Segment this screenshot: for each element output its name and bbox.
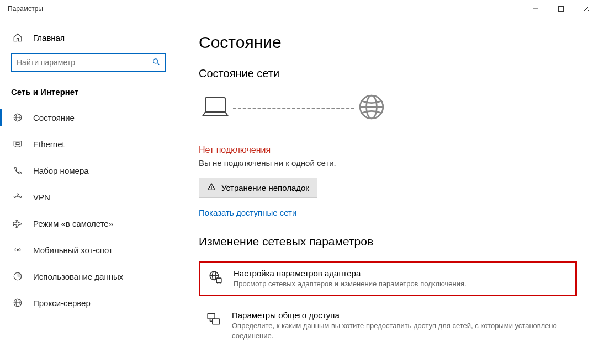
troubleshoot-button[interactable]: Устранение неполадок: [199, 178, 317, 198]
search-input[interactable]: [17, 58, 152, 67]
search-icon: [152, 58, 160, 67]
main-content: Состояние Состояние сети Нет подключения…: [177, 18, 599, 364]
laptop-icon: [201, 95, 230, 121]
sidebar-item-label: Состояние: [33, 113, 75, 122]
svg-point-16: [17, 194, 19, 195]
sidebar: Главная Сеть и Интернет Состояние Ethern…: [0, 18, 177, 364]
globe-icon: [12, 112, 23, 123]
sharing-option-title: Параметры общего доступа: [232, 311, 569, 320]
sidebar-item-label: Мобильный хот-спот: [33, 245, 113, 255]
svg-point-28: [211, 189, 211, 189]
adapter-option-title: Настройка параметров адаптера: [234, 269, 568, 278]
titlebar: Параметры: [0, 0, 599, 18]
sidebar-item-label: Режим «в самолете»: [33, 219, 113, 228]
sharing-option-desc: Определите, к каким данным вы хотите пре…: [232, 321, 569, 341]
sidebar-item-data-usage[interactable]: Использование данных: [0, 263, 177, 290]
svg-point-13: [14, 196, 15, 198]
sharing-icon: [206, 311, 222, 341]
sidebar-item-dialup[interactable]: Набор номера: [0, 157, 177, 184]
svg-rect-1: [559, 7, 564, 12]
sidebar-item-airplane[interactable]: Режим «в самолете»: [0, 210, 177, 237]
maximize-button[interactable]: [548, 0, 574, 18]
sidebar-item-label: VPN: [33, 192, 50, 202]
sidebar-item-vpn[interactable]: VPN: [0, 184, 177, 210]
network-diagram: [199, 93, 577, 123]
page-title: Состояние: [199, 33, 577, 52]
svg-line-5: [157, 62, 160, 65]
sidebar-item-label: Прокси-сервер: [33, 298, 91, 308]
adapter-settings-option[interactable]: Настройка параметров адаптера Просмотр с…: [199, 261, 577, 296]
svg-point-14: [20, 196, 22, 198]
home-link[interactable]: Главная: [0, 28, 177, 53]
phone-icon: [12, 165, 23, 176]
ethernet-icon: [12, 138, 23, 149]
minimize-button[interactable]: [523, 0, 548, 18]
sidebar-item-ethernet[interactable]: Ethernet: [0, 131, 177, 157]
sidebar-group-title: Сеть и Интернет: [0, 85, 177, 104]
airplane-icon: [12, 218, 23, 229]
hotspot-icon: [12, 244, 23, 255]
window-title: Параметры: [8, 5, 523, 13]
close-button[interactable]: [574, 0, 599, 18]
svg-rect-32: [216, 278, 221, 283]
home-icon: [12, 32, 23, 43]
change-settings-title: Изменение сетевых параметров: [199, 235, 577, 248]
show-networks-link[interactable]: Показать доступные сети: [199, 208, 296, 217]
vpn-icon: [12, 191, 23, 202]
sidebar-item-hotspot[interactable]: Мобильный хот-спот: [0, 237, 177, 263]
sidebar-item-label: Ethernet: [33, 140, 65, 149]
connection-line: [233, 108, 354, 109]
svg-point-4: [153, 58, 158, 63]
svg-point-18: [17, 249, 19, 251]
warning-icon: [207, 183, 216, 193]
svg-rect-9: [14, 141, 22, 146]
svg-rect-35: [208, 313, 215, 319]
sidebar-item-label: Использование данных: [33, 272, 123, 281]
data-icon: [12, 271, 23, 282]
svg-rect-36: [213, 319, 220, 324]
sharing-settings-option[interactable]: Параметры общего доступа Определите, к к…: [199, 305, 577, 346]
svg-rect-23: [205, 98, 225, 112]
no-connection-title: Нет подключения: [199, 145, 577, 155]
network-status-title: Состояние сети: [199, 67, 577, 80]
sidebar-item-status[interactable]: Состояние: [0, 104, 177, 131]
adapter-option-desc: Просмотр сетевых адаптеров и изменение п…: [234, 279, 568, 289]
adapter-icon: [208, 269, 224, 289]
search-box[interactable]: [11, 53, 166, 72]
sidebar-item-label: Набор номера: [33, 166, 89, 175]
troubleshoot-label: Устранение неполадок: [221, 183, 309, 192]
no-connection-subtitle: Вы не подключены ни к одной сети.: [199, 158, 577, 168]
home-label: Главная: [33, 33, 65, 42]
svg-rect-12: [16, 143, 19, 145]
proxy-icon: [12, 297, 23, 308]
globe-large-icon: [358, 93, 385, 123]
sidebar-item-proxy[interactable]: Прокси-сервер: [0, 290, 177, 316]
